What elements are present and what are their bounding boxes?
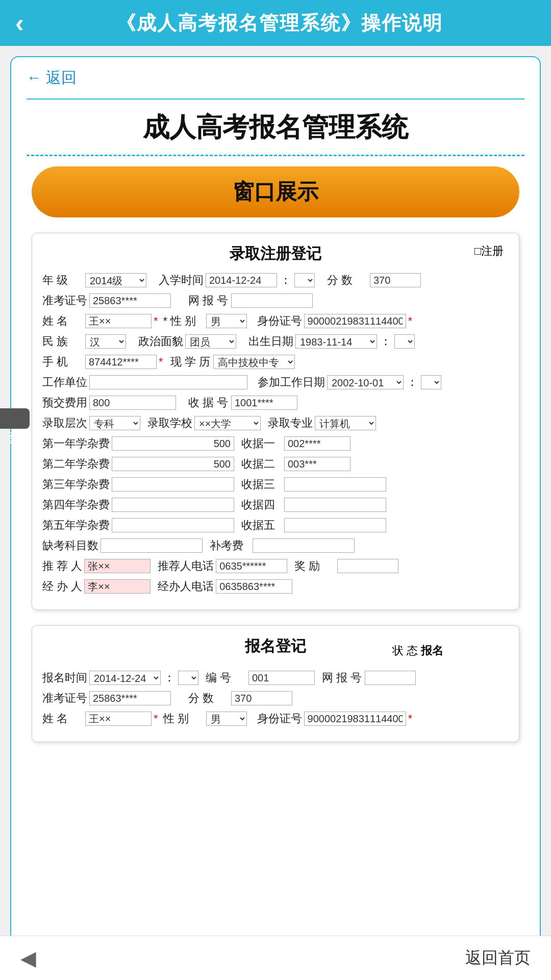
- major-select[interactable]: 计算机: [315, 416, 376, 430]
- section-button[interactable]: 窗口展示: [32, 166, 519, 217]
- form2-title: 报名登记: [159, 636, 392, 657]
- form-row-admission: 录取层次 专科 录取学校 ××大学 录取专业 计算机: [42, 415, 509, 431]
- back-link[interactable]: ← 返回: [27, 67, 77, 88]
- form-row-year1: 第一年学杂费 收据一: [42, 436, 509, 451]
- exam-id2-input[interactable]: [89, 691, 171, 705]
- online-reg2-input[interactable]: [365, 671, 416, 685]
- prepay-input[interactable]: [89, 396, 176, 410]
- form-row-year2: 第二年学杂费 收据二: [42, 456, 509, 472]
- work-time-select[interactable]: [421, 375, 441, 389]
- name-input[interactable]: [85, 314, 152, 328]
- year2-fee-input[interactable]: [112, 457, 234, 471]
- enter-date-input[interactable]: [206, 273, 277, 287]
- header-back-button[interactable]: ‹: [15, 10, 24, 36]
- work-unit-input[interactable]: [89, 375, 247, 389]
- form1-title: 录取注册登记: [42, 243, 509, 264]
- form-row-prepay: 预交费用 收 据 号: [42, 395, 509, 410]
- bottom-nav: ◀ 返回首页: [0, 936, 551, 980]
- form-row-year3: 第三年学杂费 收据三: [42, 477, 509, 492]
- school-select[interactable]: ××大学: [194, 416, 261, 430]
- status-badge: 报名: [421, 643, 443, 658]
- form2-row-time: 报名时间 2014-12-24 ： 编 号 网 报 号: [42, 670, 509, 685]
- absent-input[interactable]: [101, 538, 203, 553]
- form-row-year4: 第四年学杂费 收据四: [42, 497, 509, 512]
- id-card-input[interactable]: [304, 314, 406, 328]
- form-row-operator: 经 办 人 经办人电话: [42, 579, 509, 594]
- gender-select[interactable]: 男: [206, 314, 247, 328]
- form2-row-name: 姓 名 * 性 别 男 身份证号 *: [42, 711, 509, 726]
- recommender-phone-input[interactable]: [216, 559, 287, 573]
- registration-form: 录取注册登记 □注册 年 级 2014级 入学时间 ： 分 数 准考证号 网 报…: [32, 233, 519, 610]
- page-title: 成人高考报名管理系统: [27, 110, 524, 145]
- signup-form: 报名登记 状 态 报名 报名时间 2014-12-24 ： 编 号 网 报 号 …: [32, 625, 519, 742]
- form-row-year5: 第五年学杂费 收据五: [42, 518, 509, 533]
- gender2-select[interactable]: 男: [206, 712, 247, 726]
- divider-dashed: [27, 155, 524, 156]
- register-checkbox[interactable]: □注册: [474, 243, 504, 259]
- exam-id-input[interactable]: [89, 293, 171, 308]
- online-reg-input[interactable]: [231, 293, 313, 308]
- id-card2-input[interactable]: [304, 712, 406, 726]
- divider-solid: [27, 99, 524, 100]
- enter-date-time-select[interactable]: [294, 273, 315, 287]
- header: ‹ 《成人高考报名管理系统》操作说明: [0, 0, 551, 46]
- form-row-grade: 年 级 2014级 入学时间 ： 分 数: [42, 273, 509, 288]
- level-select[interactable]: 专科: [89, 416, 140, 430]
- receipt5-input[interactable]: [284, 518, 386, 532]
- receipt2-input[interactable]: [284, 457, 350, 471]
- form2-row-id: 准考证号 分 数: [42, 691, 509, 706]
- home-link[interactable]: 返回首页: [465, 947, 531, 969]
- share-tab[interactable]: 分享: [0, 408, 30, 429]
- form-row-name: 姓 名 * * 性 别 男 身份证号 *: [42, 313, 509, 329]
- operator-input[interactable]: [84, 579, 151, 594]
- form-row-work: 工作单位 参加工作日期 2002-10-01 ：: [42, 375, 509, 390]
- receipt-input[interactable]: [231, 396, 297, 410]
- bottom-back-icon[interactable]: ◀: [20, 946, 36, 970]
- name2-input[interactable]: [85, 712, 152, 726]
- form-row-id: 准考证号 网 报 号: [42, 293, 509, 308]
- birth-time-select[interactable]: [394, 334, 415, 349]
- receipt3-input[interactable]: [284, 477, 386, 492]
- score-input[interactable]: [370, 273, 421, 287]
- main-content: ← 返回 成人高考报名管理系统 窗口展示 录取注册登记 □注册 年 级 2014…: [10, 56, 541, 949]
- grade-select[interactable]: 2014级: [85, 273, 146, 287]
- year5-fee-input[interactable]: [112, 518, 234, 532]
- year3-fee-input[interactable]: [112, 477, 234, 492]
- makeup-fee-input[interactable]: [253, 538, 355, 553]
- work-date-select[interactable]: 2002-10-01: [327, 375, 404, 389]
- phone-input[interactable]: [85, 355, 157, 369]
- ethnicity-select[interactable]: 汉: [85, 334, 126, 349]
- politics-select[interactable]: 团员: [185, 334, 236, 349]
- status-area: 状 态 报名: [392, 643, 509, 658]
- number-input[interactable]: [248, 671, 315, 685]
- recommender-input[interactable]: [84, 559, 151, 573]
- receipt4-input[interactable]: [284, 498, 386, 512]
- year4-fee-input[interactable]: [112, 498, 234, 512]
- year1-fee-input[interactable]: [112, 436, 234, 451]
- receipt1-input[interactable]: [284, 436, 350, 451]
- birth-date-select[interactable]: 1983-11-14: [295, 334, 377, 349]
- form-row-absent: 缺考科目数 补考费: [42, 538, 509, 553]
- reward-input[interactable]: [337, 559, 398, 573]
- form-row-ethnicity: 民 族 汉 政治面貌 团员 出生日期 1983-11-14 ：: [42, 334, 509, 349]
- signup-time-select[interactable]: [178, 671, 198, 685]
- score2-input[interactable]: [231, 691, 292, 705]
- form-row-phone: 手 机 * 现 学 历 高中技校中专: [42, 354, 509, 370]
- operator-phone-input[interactable]: [216, 579, 292, 594]
- education-select[interactable]: 高中技校中专: [213, 355, 295, 369]
- signup-date-select[interactable]: 2014-12-24: [89, 671, 161, 685]
- header-title: 《成人高考报名管理系统》操作说明: [24, 10, 536, 36]
- form-row-recommender: 推 荐 人 推荐人电话 奖 励: [42, 558, 509, 574]
